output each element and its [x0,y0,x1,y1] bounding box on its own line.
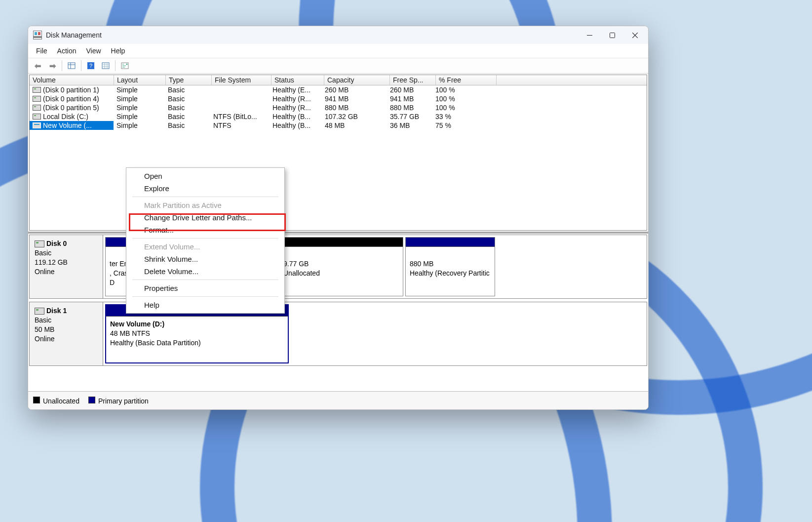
close-button[interactable] [623,26,646,44]
volume-name: (Disk 0 partition 4) [43,95,99,103]
partition[interactable]: 9.77 GBUnallocated [279,237,403,296]
context-menu-item[interactable]: Help [126,299,284,311]
context-menu-item: Extend Volume... [126,241,284,253]
disk-icon [35,241,44,247]
help-button[interactable]: ? [84,59,98,72]
properties-icon [121,62,129,70]
volume-row[interactable]: (Disk 0 partition 5)SimpleBasicHealthy (… [30,103,647,112]
partition-info: New Volume (D:)48 MB NTFSHealthy (Basic … [106,317,288,362]
titlebar[interactable]: Disk Management [28,26,648,44]
arrow-right-icon: ➡ [49,61,56,71]
col-volume[interactable]: Volume [30,75,114,85]
minimize-button[interactable] [578,26,601,44]
partition-stripe [279,238,403,247]
volume-list[interactable]: Volume Layout Type File System Status Ca… [29,75,647,231]
disk-management-window: Disk Management File Action View Help ⬅ … [28,26,649,410]
legend-unallocated: Unallocated [33,397,79,405]
col-type[interactable]: Type [166,75,212,85]
refresh-button[interactable] [65,59,78,72]
menu-view[interactable]: View [81,44,106,58]
col-pctfree[interactable]: % Free [436,75,497,85]
disk-graphical-pane[interactable]: Disk 0Basic119.12 GBOnlineter Encrypted)… [28,232,648,391]
col-free[interactable]: Free Sp... [390,75,436,85]
menu-file[interactable]: File [31,44,52,58]
legend: Unallocated Primary partition [28,391,648,409]
volume-name: (Disk 0 partition 5) [43,104,99,112]
context-menu-item[interactable]: Delete Volume... [126,265,284,278]
disk-row[interactable]: Disk 0Basic119.12 GBOnlineter Encrypted)… [29,235,647,299]
disk-icon [35,308,44,315]
context-menu-item[interactable]: Format... [126,224,284,236]
volume-row[interactable]: New Volume (...SimpleBasicNTFSHealthy (B… [30,121,647,130]
svg-text:?: ? [89,63,92,69]
disk-row[interactable]: Disk 1Basic50 MBOnlineNew Volume (D:)48 … [29,302,647,366]
context-menu[interactable]: OpenExploreMark Partition as ActiveChang… [126,167,285,314]
context-menu-item[interactable]: Properties [126,282,284,294]
partition-info: 9.77 GBUnallocated [279,247,403,296]
col-status[interactable]: Status [271,75,324,85]
disk-label: Disk 0Basic119.12 GBOnline [30,235,103,298]
partition[interactable]: 880 MBHealthy (Recovery Partitic [405,237,495,296]
drive-icon [33,87,41,93]
table-icon [68,62,76,70]
disk-label: Disk 1Basic50 MBOnline [30,302,103,365]
grid-icon [102,62,110,70]
svg-point-6 [126,64,128,65]
drive-icon [33,114,41,120]
maximize-button[interactable] [601,26,623,44]
drive-icon [33,122,41,128]
window-title: Disk Management [46,31,578,39]
context-menu-item[interactable]: Shrink Volume... [126,253,284,265]
drive-icon [33,96,41,102]
list-header[interactable]: Volume Layout Type File System Status Ca… [30,75,647,85]
volume-row[interactable]: (Disk 0 partition 4)SimpleBasicHealthy (… [30,94,647,103]
context-menu-item[interactable]: Explore [126,182,284,195]
svg-rect-0 [610,33,615,38]
settings-button[interactable] [118,59,132,72]
forward-button[interactable]: ➡ [45,59,59,72]
drive-icon [33,105,41,111]
volume-name: (Disk 0 partition 1) [43,86,99,94]
context-menu-item[interactable]: Change Drive Letter and Paths... [126,211,284,224]
app-icon [33,31,42,40]
svg-rect-1 [68,63,75,69]
menu-action[interactable]: Action [52,44,81,58]
toolbar: ⬅ ➡ ? [28,58,648,74]
help-icon: ? [87,62,95,70]
arrow-left-icon: ⬅ [35,61,41,71]
context-menu-item: Mark Partition as Active [126,199,284,211]
partition-stripe [406,238,495,247]
col-filesystem[interactable]: File System [212,75,271,85]
col-capacity[interactable]: Capacity [324,75,390,85]
context-menu-item[interactable]: Open [126,170,284,182]
swatch-blue-icon [88,397,95,403]
swatch-black-icon [33,397,40,403]
col-layout[interactable]: Layout [114,75,166,85]
menubar: File Action View Help [28,44,648,58]
svg-rect-4 [102,63,109,69]
back-button[interactable]: ⬅ [31,59,44,72]
volume-row[interactable]: (Disk 0 partition 1)SimpleBasicHealthy (… [30,85,647,94]
volume-name: Local Disk (C:) [43,113,88,120]
partition-info: 880 MBHealthy (Recovery Partitic [406,247,495,296]
legend-primary: Primary partition [88,397,149,405]
volume-name: New Volume (... [43,121,92,129]
volume-row[interactable]: Local Disk (C:)SimpleBasicNTFS (BitLo...… [30,112,647,121]
view-button[interactable] [99,59,113,72]
menu-help[interactable]: Help [106,44,130,58]
